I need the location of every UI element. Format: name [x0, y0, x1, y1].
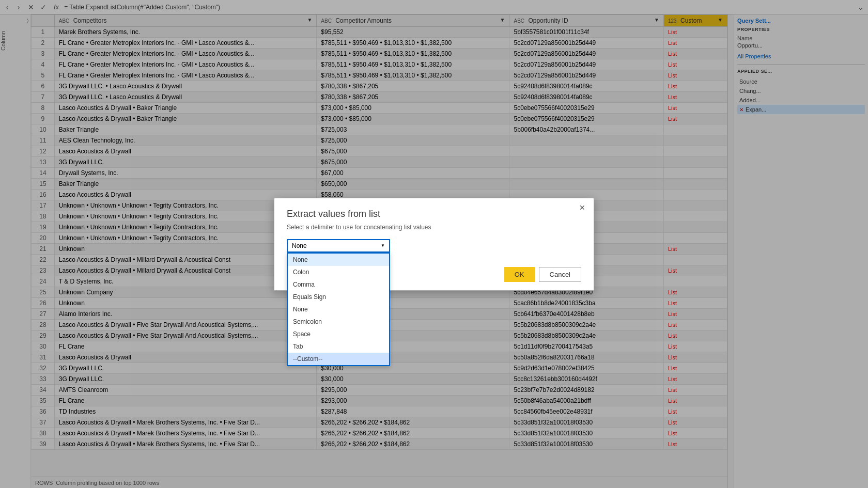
dropdown-option-equals[interactable]: Equals Sign: [288, 291, 389, 303]
dropdown-option-tab[interactable]: Tab: [288, 340, 389, 353]
dialog-overlay: ✕ Extract values from list Select a deli…: [0, 0, 868, 488]
dropdown-option-none[interactable]: None: [288, 254, 389, 266]
dialog-content: None ▼ NoneColonCommaEquals SignNoneSemi…: [274, 239, 594, 261]
dropdown-option-custom[interactable]: --Custom--: [288, 353, 389, 365]
dropdown-option-semicolon[interactable]: Semicolon: [288, 316, 389, 328]
dropdown-list[interactable]: NoneColonCommaEquals SignNoneSemicolonSp…: [287, 253, 390, 366]
dropdown-option-none2[interactable]: None: [288, 303, 389, 316]
delimiter-dropdown[interactable]: None ▼: [287, 239, 390, 253]
dropdown-option-colon[interactable]: Colon: [288, 266, 389, 278]
extract-dialog: ✕ Extract values from list Select a deli…: [274, 198, 594, 291]
dropdown-option-comma[interactable]: Comma: [288, 278, 389, 291]
dropdown-chevron-icon: ▼: [381, 243, 385, 248]
delimiter-dropdown-wrapper: None ▼ NoneColonCommaEquals SignNoneSemi…: [287, 239, 581, 253]
dialog-subtitle: Select a delimiter to use for concatenat…: [274, 224, 594, 239]
cancel-button[interactable]: Cancel: [539, 267, 581, 282]
ok-button[interactable]: OK: [504, 267, 535, 282]
dropdown-option-space[interactable]: Space: [288, 328, 389, 340]
dialog-title: Extract values from list: [274, 198, 594, 224]
dialog-close-btn[interactable]: ✕: [577, 202, 587, 213]
dropdown-selected-value: None: [292, 242, 307, 249]
